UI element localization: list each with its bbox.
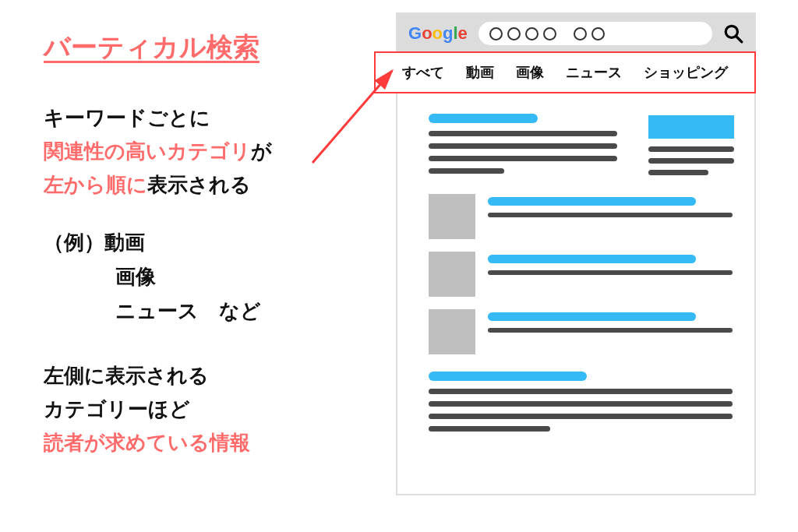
search-input[interactable] — [478, 22, 712, 45]
tab-all[interactable]: すべて — [402, 63, 444, 82]
placeholder-line — [429, 131, 617, 136]
placeholder-line — [488, 213, 733, 217]
result-title-placeholder — [429, 114, 538, 123]
placeholder-circle-icon — [525, 27, 538, 41]
placeholder-line — [648, 170, 708, 175]
placeholder-line — [488, 328, 733, 333]
thumbnail-placeholder — [429, 309, 475, 354]
media-row — [429, 194, 733, 239]
thumbnail-placeholder — [429, 252, 475, 297]
placeholder-line — [429, 426, 550, 432]
vertical-tabs: すべて 動画 画像 ニュース ショッピング — [374, 51, 756, 93]
placeholder-circle-icon — [489, 27, 503, 41]
knowledge-panel — [648, 115, 734, 181]
thumbnail-placeholder — [429, 194, 475, 239]
example-line-1: （例）動画 — [44, 225, 355, 259]
example-block: （例）動画 画像 ニュース など — [44, 225, 355, 329]
explanation-panel: バーティカル検索 キーワードごとに 関連性の高いカテゴリが 左から順に表示される… — [44, 30, 355, 460]
placeholder-circle-icon — [591, 27, 605, 41]
example-line-2: 画像 — [44, 259, 355, 294]
media-row — [429, 252, 733, 297]
bottom-line-1: 左側に表示される — [44, 359, 355, 393]
title: バーティカル検索 — [44, 30, 355, 65]
desc-line-3: 左から順に表示される — [44, 168, 355, 202]
result-title-placeholder — [488, 197, 696, 206]
tab-image[interactable]: 画像 — [516, 63, 544, 82]
description: キーワードごとに 関連性の高いカテゴリが 左から順に表示される — [44, 101, 355, 202]
placeholder-line — [429, 401, 733, 407]
placeholder-line — [648, 158, 734, 164]
tab-news[interactable]: ニュース — [566, 63, 622, 82]
bottom-block: 左側に表示される カテゴリーほど 読者が求めている情報 — [44, 359, 355, 460]
placeholder-line — [429, 143, 617, 149]
result-item — [429, 372, 733, 432]
example-line-3: ニュース など — [44, 294, 355, 328]
result-item — [429, 114, 617, 174]
tab-shopping[interactable]: ショッピング — [644, 63, 728, 82]
media-row — [429, 309, 733, 354]
placeholder-line — [488, 270, 733, 275]
placeholder-circle-icon — [543, 27, 556, 41]
placeholder-line — [429, 389, 733, 394]
svg-line-2 — [736, 36, 742, 42]
search-icon[interactable] — [723, 23, 743, 44]
result-title-placeholder — [429, 372, 587, 381]
search-bar: Google — [397, 14, 754, 53]
placeholder-line — [429, 168, 504, 174]
tab-video[interactable]: 動画 — [466, 63, 494, 82]
media-results — [429, 194, 733, 354]
placeholder-circle-icon — [507, 27, 521, 41]
bottom-line-3: 読者が求めている情報 — [44, 426, 355, 460]
search-results — [397, 53, 754, 460]
placeholder-line — [648, 146, 734, 152]
panel-header — [648, 115, 734, 139]
placeholder-circle-icon — [574, 27, 587, 41]
result-title-placeholder — [488, 255, 696, 263]
placeholder-line — [429, 414, 733, 419]
bottom-line-2: カテゴリーほど — [44, 393, 355, 426]
desc-line-1: キーワードごとに — [44, 101, 355, 135]
google-logo: Google — [408, 23, 468, 44]
placeholder-line — [429, 156, 617, 161]
result-title-placeholder — [488, 312, 696, 321]
desc-line-2: 関連性の高いカテゴリが — [44, 135, 355, 168]
search-mockup: Google すべて 動画 画像 ニュース ショッピング — [396, 12, 756, 495]
